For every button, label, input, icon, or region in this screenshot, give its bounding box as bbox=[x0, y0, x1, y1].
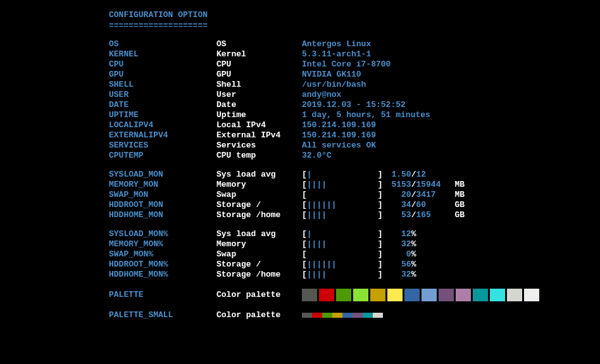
info-row: SERVICESServicesAll services OK bbox=[109, 141, 600, 151]
info-value: Antergos Linux bbox=[302, 39, 371, 49]
info-key: DATE bbox=[109, 100, 216, 110]
monitor-total: 12 bbox=[416, 170, 451, 180]
monitor-slash: / bbox=[411, 180, 416, 190]
info-value: All services OK bbox=[302, 141, 376, 151]
monitor-bar: [||||] bbox=[302, 180, 383, 190]
palette-small-key: PALETTE_SMALL bbox=[109, 310, 216, 320]
color-swatch bbox=[524, 289, 539, 301]
info-section: OSOSAntergos LinuxKERNELKernel5.3.11-arc… bbox=[109, 39, 600, 161]
color-swatch bbox=[353, 289, 368, 301]
info-label: Local IPv4 bbox=[216, 120, 302, 130]
info-label: Services bbox=[216, 141, 302, 151]
monitor-unit: GB bbox=[454, 210, 473, 220]
monitor-slash: / bbox=[411, 170, 416, 180]
monitor-pct-label: Sys load avg bbox=[216, 229, 302, 239]
info-value: 1 day, 5 hours, 51 minutes bbox=[302, 110, 430, 120]
color-swatch bbox=[422, 289, 437, 301]
monitor-pct-label: Storage / bbox=[216, 260, 302, 270]
monitors-section: SYSLOAD_MONSys load avg[|]1.50/12MEMORY_… bbox=[109, 170, 600, 220]
monitor-used: 5153 bbox=[383, 180, 411, 190]
info-row: LOCALIPV4Local IPv4150.214.109.169 bbox=[109, 120, 600, 130]
monitor-label: Sys load avg bbox=[216, 170, 302, 180]
monitor-pct-value: 0 bbox=[383, 249, 411, 260]
pct-symbol: % bbox=[411, 239, 416, 249]
info-label: User bbox=[216, 90, 302, 100]
info-key: UPTIME bbox=[109, 110, 216, 120]
color-swatch-small bbox=[342, 313, 353, 318]
monitor-key: SYSLOAD_MON bbox=[109, 170, 216, 180]
info-key: LOCALIPV4 bbox=[109, 120, 216, 130]
monitors-pct-section: SYSLOAD_MON%Sys load avg[|]12 %MEMORY_MO… bbox=[109, 229, 600, 280]
pct-symbol: % bbox=[411, 270, 416, 280]
info-label: External IPv4 bbox=[216, 130, 302, 141]
monitor-bar: [|] bbox=[302, 170, 383, 180]
monitor-pct-key: HDDROOT_MON% bbox=[109, 260, 216, 270]
palette-key: PALETTE bbox=[109, 290, 216, 300]
info-key: KERNEL bbox=[109, 49, 216, 60]
monitor-pct-bar: [||||] bbox=[302, 270, 383, 280]
info-value: NVIDIA GK110 bbox=[302, 70, 361, 80]
monitor-used: 20 bbox=[383, 190, 411, 200]
info-value: 32.0°C bbox=[302, 151, 332, 161]
info-key: SHELL bbox=[109, 80, 216, 90]
color-swatch-small bbox=[312, 313, 322, 318]
monitor-pct-label: Storage /home bbox=[216, 270, 302, 280]
monitor-pct-bar: [||||] bbox=[302, 239, 383, 249]
info-value: 150.214.109.169 bbox=[302, 130, 376, 141]
monitor-bar: [||||] bbox=[302, 210, 383, 220]
palette-swatches bbox=[302, 289, 539, 301]
color-swatch bbox=[439, 289, 454, 301]
monitor-row: SWAP_MONSwap[]20/3417MB bbox=[109, 190, 600, 200]
info-label: CPU temp bbox=[216, 151, 302, 161]
info-value: 5.3.11-arch1-1 bbox=[302, 49, 371, 60]
color-swatch-small bbox=[302, 313, 312, 318]
header-divider: ==================== bbox=[109, 21, 600, 30]
color-swatch bbox=[336, 289, 351, 301]
monitor-used: 1.50 bbox=[383, 170, 411, 180]
monitor-label: Memory bbox=[216, 180, 302, 190]
monitor-row: MEMORY_MONMemory[||||]5153/15944MB bbox=[109, 180, 600, 190]
monitor-label: Storage /home bbox=[216, 210, 302, 220]
palette-small-row: PALETTE_SMALL Color palette bbox=[109, 310, 600, 320]
info-label: OS bbox=[216, 39, 302, 49]
info-key: CPU bbox=[109, 60, 216, 70]
info-value: 150.214.109.169 bbox=[302, 120, 376, 130]
monitor-pct-value: 32 bbox=[383, 270, 411, 280]
color-swatch-small bbox=[322, 313, 332, 318]
palette-small-label: Color palette bbox=[216, 310, 302, 320]
color-swatch bbox=[387, 289, 403, 301]
color-swatch-small bbox=[373, 313, 383, 318]
monitor-bar: [||||||] bbox=[302, 200, 383, 210]
info-row: OSOSAntergos Linux bbox=[109, 39, 600, 49]
color-swatch bbox=[456, 289, 471, 301]
monitor-pct-bar: [] bbox=[302, 249, 383, 260]
color-swatch bbox=[473, 289, 488, 301]
info-row: CPUCPUIntel Core i7-8700 bbox=[109, 60, 600, 70]
info-key: OS bbox=[109, 39, 216, 49]
color-swatch bbox=[319, 289, 334, 301]
info-key: SERVICES bbox=[109, 141, 216, 151]
monitor-label: Storage / bbox=[216, 200, 302, 210]
info-label: Uptime bbox=[216, 110, 302, 120]
config-header: CONFIGURATION OPTION bbox=[109, 10, 600, 20]
monitor-key: SWAP_MON bbox=[109, 190, 216, 200]
monitor-slash: / bbox=[411, 210, 416, 220]
info-row: CPUTEMPCPU temp32.0°C bbox=[109, 151, 600, 161]
palette-row: PALETTE Color palette bbox=[109, 289, 600, 301]
info-row: EXTERNALIPV4External IPv4150.214.109.169 bbox=[109, 130, 600, 141]
info-label: GPU bbox=[216, 70, 302, 80]
monitor-pct-row: MEMORY_MON%Memory[||||]32 % bbox=[109, 239, 600, 249]
pct-symbol: % bbox=[411, 249, 416, 260]
info-key: USER bbox=[109, 90, 216, 100]
color-swatch bbox=[507, 289, 522, 301]
monitor-total: 15944 bbox=[416, 180, 451, 190]
monitor-total: 165 bbox=[416, 210, 451, 220]
info-value: /usr/bin/bash bbox=[302, 80, 366, 90]
monitor-slash: / bbox=[411, 190, 416, 200]
monitor-unit: MB bbox=[454, 190, 473, 200]
monitor-unit: GB bbox=[454, 200, 473, 210]
info-key: CPUTEMP bbox=[109, 151, 216, 161]
monitor-pct-label: Memory bbox=[216, 239, 302, 249]
info-value: Intel Core i7-8700 bbox=[302, 60, 391, 70]
info-label: Kernel bbox=[216, 49, 302, 60]
